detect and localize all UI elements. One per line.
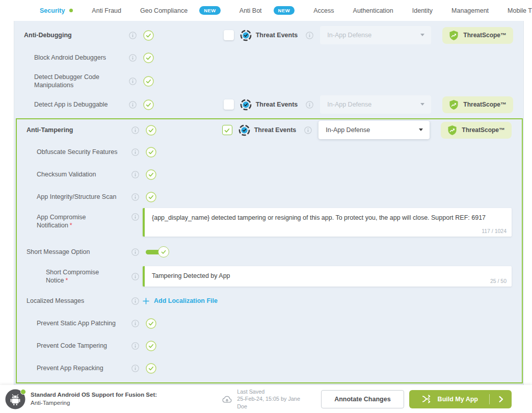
tab-security[interactable]: Security: [40, 7, 73, 14]
security-config-panel: Anti-Debugging Threat Events In-App Defe…: [14, 21, 524, 385]
tab-access[interactable]: Access: [313, 7, 334, 14]
last-saved-value: 25-Feb-24, 15:05 by Jane Doe: [237, 395, 308, 410]
dropdown-value: In-App Defense: [327, 32, 371, 39]
enabled-check-icon[interactable]: [146, 363, 156, 374]
short-message-option-row: Short Message Option: [17, 241, 522, 263]
subfeature-label: Detect Debugger Code Manipulations: [24, 73, 119, 90]
app-compromise-notification-input[interactable]: {app_display_name} detected tampering or…: [143, 208, 512, 237]
info-icon[interactable]: [131, 126, 139, 134]
enabled-check-icon[interactable]: [146, 169, 156, 180]
subfeature-label: Obfuscate Security Features: [26, 148, 122, 156]
threatscope-button[interactable]: ThreatScope™: [442, 27, 513, 44]
info-icon[interactable]: [129, 78, 137, 85]
tab-mobile-threat[interactable]: Mobile Threat: [508, 7, 532, 14]
threat-events-group: Threat Events In-App Defense ThreatScope…: [224, 95, 513, 114]
enabled-check-icon[interactable]: [146, 147, 156, 158]
tab-management[interactable]: Management: [451, 7, 489, 14]
field-label: Short Compromise Notice*: [26, 268, 122, 285]
short-compromise-notice-row: Short Compromise Notice* Tampering Detec…: [17, 263, 522, 290]
enabled-check-icon[interactable]: [146, 318, 156, 329]
toggle-knob: [158, 246, 169, 257]
threat-events-checkbox[interactable]: [222, 125, 232, 135]
app-compromise-notification-row: App Compromise Notification* {app_displa…: [17, 208, 522, 241]
threatscope-shield-icon: [449, 30, 459, 41]
tab-label: Access: [313, 7, 334, 14]
input-value: Tampering Detected by App: [145, 266, 512, 279]
in-app-defense-dropdown[interactable]: In-App Defense: [320, 26, 431, 44]
info-icon[interactable]: [131, 320, 139, 327]
field-label-text: App Compromise Notification: [37, 214, 86, 229]
subfeature-row: Detect Debugger Code Manipulations: [14, 69, 523, 93]
tab-authentication[interactable]: Authentication: [353, 7, 393, 14]
tab-label: Management: [451, 7, 489, 14]
annotate-changes-button[interactable]: Annotate Changes: [321, 390, 404, 408]
tab-identity[interactable]: Identity: [412, 7, 433, 14]
tab-anti-bot[interactable]: Anti Bot NEW: [240, 6, 295, 15]
info-icon[interactable]: [131, 342, 139, 350]
platform-text: Standard Android OS Support for Fusion S…: [31, 391, 157, 407]
android-avatar: [5, 389, 25, 409]
active-dot: [69, 9, 73, 12]
info-icon[interactable]: [131, 213, 139, 221]
enabled-check-icon[interactable]: [143, 53, 154, 63]
threatscope-button[interactable]: ThreatScope™: [441, 122, 512, 139]
threat-events-group: Threat Events In-App Defense ThreatScope…: [224, 26, 513, 44]
threat-events-checkbox[interactable]: [224, 99, 234, 110]
status-dot: [20, 389, 26, 395]
subfeature-row: Block Android Debuggers: [14, 46, 523, 69]
info-icon[interactable]: [131, 273, 139, 280]
info-icon[interactable]: [131, 248, 139, 256]
info-icon[interactable]: [131, 171, 139, 178]
build-my-app-button[interactable]: Build My App: [409, 390, 512, 408]
annotate-changes-label: Annotate Changes: [334, 396, 390, 403]
build-icon: [421, 394, 432, 404]
info-icon[interactable]: [131, 365, 139, 372]
info-icon[interactable]: [306, 101, 313, 109]
enabled-check-icon[interactable]: [143, 30, 154, 41]
threat-events-label: Threat Events: [254, 126, 297, 134]
subfeature-row: Obfuscate Security Features: [17, 141, 522, 163]
in-app-defense-dropdown[interactable]: In-App Defense: [320, 95, 431, 114]
new-badge: NEW: [274, 6, 295, 15]
info-icon[interactable]: [129, 32, 137, 39]
add-localization-file-link[interactable]: Add Localization File: [143, 297, 218, 304]
info-icon[interactable]: [304, 126, 312, 134]
info-icon[interactable]: [129, 54, 137, 62]
enabled-check-icon[interactable]: [146, 125, 156, 136]
threatscope-button[interactable]: ThreatScope™: [442, 96, 513, 113]
feature-title: Anti-Debugging: [24, 31, 119, 39]
tab-label: Anti Fraud: [92, 7, 121, 14]
threat-events-checkbox[interactable]: [224, 30, 234, 40]
short-message-toggle[interactable]: [146, 246, 169, 257]
enabled-check-icon[interactable]: [143, 99, 154, 110]
anti-tampering-selected-section: Anti-Tampering Threat Events In-App Defe…: [16, 118, 523, 383]
tab-label: Security: [40, 7, 65, 14]
tab-anti-fraud[interactable]: Anti Fraud: [92, 7, 121, 14]
info-icon[interactable]: [131, 297, 139, 305]
build-my-app-label: Build My App: [438, 396, 478, 403]
threat-events-icon: [240, 99, 252, 111]
threat-events-icon: [238, 124, 250, 136]
enabled-check-icon[interactable]: [146, 192, 156, 202]
subfeature-label: Prevent Static App Patching: [26, 319, 122, 327]
info-icon[interactable]: [129, 101, 137, 109]
short-compromise-notice-input[interactable]: Tampering Detected by App 25 / 50: [143, 266, 512, 287]
enabled-check-icon[interactable]: [146, 341, 156, 351]
chevron-right-icon[interactable]: [497, 396, 504, 403]
subfeature-row: Checksum Validation: [17, 163, 522, 186]
chevron-down-icon: [420, 34, 424, 36]
info-icon[interactable]: [306, 32, 313, 39]
footer-bar: Standard Android OS Support for Fusion S…: [0, 385, 532, 413]
enabled-check-icon[interactable]: [143, 76, 154, 87]
tab-geo-compliance[interactable]: Geo Compliance NEW: [140, 6, 221, 15]
field-label: Short Message Option: [26, 248, 122, 256]
field-label-text: Short Compromise Notice: [46, 269, 99, 284]
char-counter: 117 / 1024: [482, 228, 507, 234]
platform-subtitle: Anti-Tampering: [31, 399, 157, 407]
in-app-defense-dropdown[interactable]: In-App Defense: [318, 121, 430, 139]
subfeature-label: Checksum Validation: [26, 170, 122, 178]
info-icon[interactable]: [131, 193, 139, 201]
info-icon[interactable]: [131, 148, 139, 156]
button-divider: [489, 394, 490, 404]
platform-info: Standard Android OS Support for Fusion S…: [5, 389, 222, 409]
